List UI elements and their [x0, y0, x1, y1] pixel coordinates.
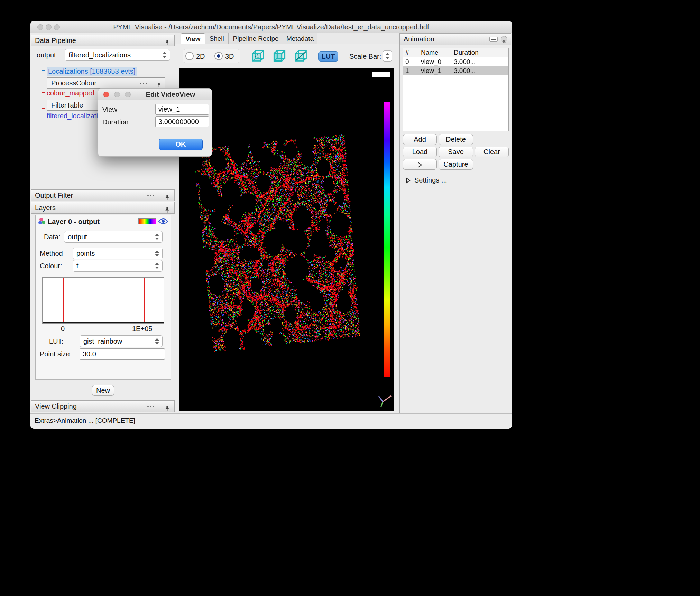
output-filter-title: Output Filter [35, 192, 73, 199]
col-duration: Duration [451, 48, 508, 57]
histogram-max-line[interactable] [144, 278, 145, 322]
view-field-input[interactable] [155, 104, 209, 115]
new-layer-button[interactable]: New [92, 385, 114, 396]
traffic-light-minimize [114, 92, 120, 97]
traffic-light-close[interactable] [37, 24, 43, 30]
ellipsis-icon[interactable] [147, 406, 154, 407]
lut-colorbar [384, 102, 390, 377]
output-dropdown-value: filtered_localizations [68, 51, 131, 59]
filtertable-label: FilterTable [51, 101, 83, 109]
traffic-light-close[interactable] [103, 92, 109, 97]
layers-header: Layers [31, 202, 175, 214]
lut-dropdown-value: gist_rainbow [83, 337, 122, 345]
layer-dots-icon [38, 217, 46, 225]
add-button[interactable]: Add [403, 134, 437, 145]
cube-slice-icon[interactable] [294, 49, 308, 64]
ellipsis-icon[interactable] [147, 195, 154, 196]
eye-icon[interactable] [158, 218, 168, 226]
point-size-input[interactable] [80, 348, 165, 360]
save-button[interactable]: Save [439, 147, 473, 157]
layers-title: Layers [35, 204, 56, 212]
method-dropdown-value: points [76, 250, 95, 257]
histogram-tick-left: 0 [61, 325, 65, 333]
cube-fit-icon[interactable] [273, 49, 286, 64]
histogram-min-line[interactable] [63, 278, 64, 322]
ellipsis-icon[interactable] [140, 83, 147, 84]
layer-0-label: Layer 0 - output [48, 218, 100, 226]
status-bar: Extras>Animation ... [COMPLETE] [30, 413, 512, 429]
capture-button[interactable]: Capture [439, 159, 473, 170]
method-dropdown[interactable]: points [73, 248, 163, 259]
output-filter-header: Output Filter [31, 189, 175, 201]
close-icon[interactable] [501, 36, 507, 43]
animation-row-0[interactable]: 0 view_0 3.000... [403, 57, 508, 66]
window-title: PYME Visualise - /Users/zachcm/Documents… [58, 21, 484, 33]
radio-2d-label: 2D [196, 53, 205, 60]
stepper-icon [154, 261, 160, 270]
pushpin-icon[interactable] [164, 403, 170, 415]
radio-3d-label: 3D [225, 53, 234, 60]
col-num: # [403, 48, 418, 57]
colour-label: Colour: [40, 262, 62, 270]
stepper-icon [384, 52, 391, 60]
tree-item-localizations[interactable]: Localizations [1683653 evts] [47, 67, 137, 76]
traffic-light-minimize[interactable] [46, 24, 52, 30]
animation-table-header: # Name Duration [403, 48, 508, 57]
delete-button[interactable]: Delete [439, 134, 473, 145]
ok-button[interactable]: OK [159, 139, 203, 150]
edit-videoview-dialog: Edit VideoView View Duration OK [98, 88, 212, 157]
dialog-titlebar: Edit VideoView [98, 89, 212, 100]
scale-bar-stepper[interactable] [383, 50, 392, 62]
lut-dropdown[interactable]: gist_rainbow [80, 335, 163, 347]
data-dropdown-value: output [68, 233, 87, 241]
view-field-label: View [102, 106, 117, 114]
tree-node-processcolour[interactable]: ProcessColour [47, 77, 165, 89]
output-dropdown[interactable]: filtered_localizations [65, 49, 170, 61]
stepper-icon [154, 337, 160, 346]
col-name: Name [418, 48, 451, 57]
tab-view[interactable]: View [181, 33, 205, 44]
screen-background: PYME Visualise - /Users/zachcm/Documents… [0, 0, 700, 596]
load-button[interactable]: Load [403, 147, 437, 157]
tab-metadata[interactable]: Metadata [283, 33, 317, 44]
colour-dropdown-value: t [76, 262, 79, 270]
lut-label: LUT: [49, 337, 63, 345]
radio-3d[interactable] [214, 52, 223, 60]
histogram-tick-right: 1E+05 [132, 325, 152, 333]
cube-standard-icon[interactable] [251, 49, 265, 64]
duration-field-label: Duration [102, 118, 129, 126]
colour-dropdown[interactable]: t [73, 260, 163, 272]
pushpin-icon[interactable] [164, 205, 170, 216]
animation-panel: Animation # Name Duration 0 [399, 33, 511, 413]
minimize-icon[interactable] [489, 37, 498, 42]
tab-shell[interactable]: Shell [205, 33, 229, 44]
settings-label[interactable]: Settings ... [414, 176, 447, 184]
processcolour-label: ProcessColour [51, 79, 96, 87]
stepper-icon [161, 50, 168, 59]
lut-button[interactable]: LUT [318, 51, 338, 62]
histogram-widget[interactable] [42, 277, 164, 324]
scale-bar-label: Scale Bar: [349, 53, 381, 60]
clear-button[interactable]: Clear [475, 147, 509, 157]
data-label: Data: [44, 233, 61, 241]
animation-table: # Name Duration 0 view_0 3.000... 1 view… [403, 48, 509, 131]
method-label: Method [40, 250, 63, 258]
disclosure-triangle-icon[interactable] [405, 177, 411, 185]
point-size-label: Point size [40, 350, 70, 358]
tree-item-colour-mapped[interactable]: colour_mapped [47, 89, 94, 97]
tab-pipeline-recipe[interactable]: Pipeline Recipe [229, 33, 283, 44]
play-button[interactable] [403, 159, 437, 170]
scale-bar [372, 72, 390, 77]
animation-header: Animation [400, 33, 511, 45]
data-pipeline-title: Data Pipeline [35, 37, 76, 44]
animation-title: Animation [404, 35, 434, 43]
duration-field-input[interactable] [155, 116, 209, 127]
view-clipping-title: View Clipping [35, 402, 77, 410]
data-dropdown[interactable]: output [64, 231, 163, 243]
radio-2d[interactable] [185, 52, 194, 60]
output-label: output: [37, 51, 58, 59]
layer-lut-swatch[interactable] [138, 218, 156, 224]
traffic-light-zoom [125, 92, 131, 97]
pushpin-icon[interactable] [164, 38, 170, 49]
animation-row-1[interactable]: 1 view_1 3.000... [403, 66, 508, 75]
